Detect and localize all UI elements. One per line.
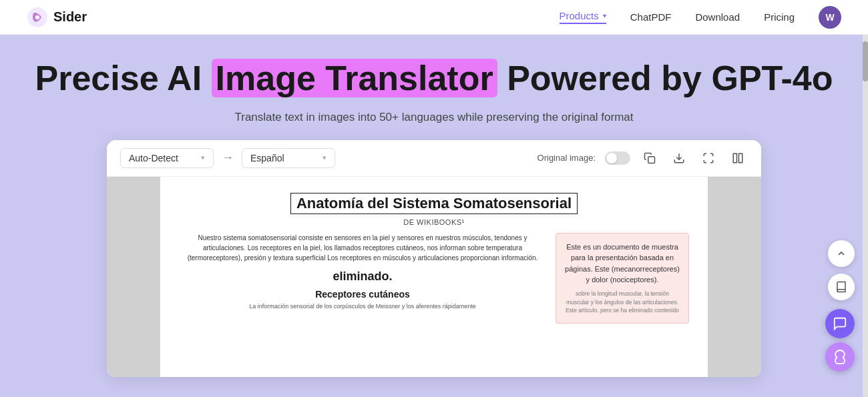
target-language-select[interactable]: Español ▾: [242, 148, 335, 168]
expand-button[interactable]: [698, 148, 718, 168]
doc-left-margin: [107, 177, 160, 377]
doc-pink-small-text: sobre la longitud muscular, la tensión m…: [564, 290, 680, 315]
demo-card: Auto-Detect ▾ → Español ▾ Original image…: [107, 140, 761, 377]
hero-title: Precise AI Image Translator Powered by G…: [13, 59, 855, 99]
original-image-label: Original image:: [537, 153, 596, 163]
doc-text-column: Nuestro sistema somatosensorial consiste…: [179, 233, 546, 324]
layout-button[interactable]: [728, 148, 748, 168]
demo-toolbar: Auto-Detect ▾ → Español ▾ Original image…: [107, 140, 761, 177]
doc-pink-box: Este es un documento de muestra para la …: [556, 233, 689, 324]
translate-arrow-icon: →: [222, 151, 234, 165]
source-language-select[interactable]: Auto-Detect ▾: [120, 148, 214, 168]
nav-item-chatpdf[interactable]: ChatPDF: [630, 11, 672, 23]
doc-small-text: La información sensorial de los corpúscu…: [179, 302, 546, 311]
logo-icon: [27, 7, 48, 28]
scrollbar-track: [863, 35, 868, 397]
nav-links: Products ▾ ChatPDF Download Pricing W: [560, 6, 841, 29]
logo[interactable]: Sider: [27, 7, 87, 28]
svg-rect-2: [648, 157, 655, 163]
svg-rect-5: [739, 153, 742, 163]
doc-title: Anatomía del Sistema Somatosensorial: [290, 193, 578, 214]
nav-item-pricing[interactable]: Pricing: [764, 11, 795, 23]
doc-section-title: Receptores cutáneos: [179, 289, 546, 300]
scroll-up-button[interactable]: [828, 240, 855, 267]
toolbar-right: Original image:: [537, 148, 748, 168]
doc-content: Anatomía del Sistema Somatosensorial DE …: [160, 177, 708, 377]
document-preview: Anatomía del Sistema Somatosensorial DE …: [107, 177, 761, 377]
navbar: Sider Products ▾ ChatPDF Download Pricin…: [0, 0, 868, 35]
logo-text: Sider: [53, 9, 87, 25]
brain-button[interactable]: [825, 342, 855, 372]
nav-item-download[interactable]: Download: [695, 11, 740, 23]
chat-button[interactable]: [825, 309, 855, 338]
scrollbar-thumb[interactable]: [863, 41, 868, 81]
doc-right-margin: [708, 177, 761, 377]
book-button[interactable]: [828, 274, 855, 300]
avatar[interactable]: W: [819, 6, 841, 29]
download-button[interactable]: [669, 148, 689, 168]
copy-button[interactable]: [640, 148, 660, 168]
svg-rect-4: [733, 153, 736, 163]
chevron-down-icon: ▾: [603, 12, 606, 19]
target-lang-chevron: ▾: [322, 153, 327, 162]
doc-paragraph-1: Nuestro sistema somatosensorial consiste…: [179, 233, 546, 263]
hero-section: Precise AI Image Translator Powered by G…: [0, 35, 868, 390]
doc-pink-main-text: Este es un documento de muestra para la …: [564, 242, 680, 286]
doc-deleted-text: eliminado.: [179, 270, 546, 284]
nav-item-products[interactable]: Products ▾: [560, 10, 606, 24]
source-lang-chevron: ▾: [201, 153, 205, 162]
hero-subtitle: Translate text in images into 50+ langua…: [13, 111, 855, 124]
original-image-toggle[interactable]: [605, 151, 630, 165]
doc-body: Nuestro sistema somatosensorial consiste…: [179, 233, 689, 324]
doc-source: DE WIKIBOOKS¹: [179, 218, 689, 226]
svg-point-1: [35, 15, 39, 19]
